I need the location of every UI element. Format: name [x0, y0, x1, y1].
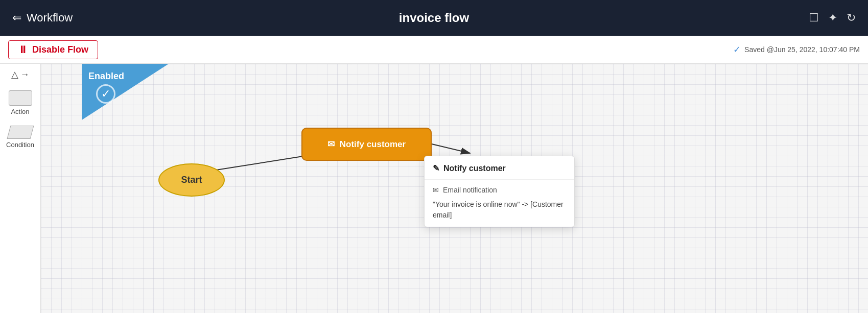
action-shape — [9, 90, 32, 106]
sidebar-item-action[interactable]: Action — [0, 87, 40, 118]
refresh-icon[interactable]: ↻ — [847, 11, 856, 25]
pause-icon: ⏸ — [18, 44, 28, 56]
topbar: ⇐ Workflow invoice flow ☐ ✦ ↻ — [0, 0, 868, 36]
main-area: △ → Action Condition Enabled ✓ — [0, 64, 868, 313]
enabled-text: Enabled — [88, 71, 124, 82]
monitor-icon[interactable]: ☐ — [809, 11, 819, 25]
sidebar-item-condition[interactable]: Condition — [0, 123, 40, 152]
disable-flow-button[interactable]: ⏸ Disable Flow — [8, 40, 98, 59]
tooltip-header: ✎ Notify customer — [425, 156, 574, 180]
tooltip-body: ✉ Email notification "Your invoice is on… — [425, 180, 574, 227]
canvas: Enabled ✓ Start ✉ Notify customer — [41, 64, 868, 313]
workflow-label: Workflow — [27, 11, 73, 25]
back-icon: ⇐ — [12, 11, 21, 25]
email-type-label: Email notification — [443, 186, 497, 194]
saved-check-icon: ✓ — [733, 44, 741, 55]
saved-status: ✓ Saved @Jun 25, 2022, 10:07:40 PM — [733, 44, 860, 55]
saved-label: Saved @Jun 25, 2022, 10:07:40 PM — [744, 45, 860, 54]
tooltip-message: "Your invoice is online now" -> [Custome… — [433, 199, 566, 221]
pencil-icon: ✎ — [433, 163, 439, 173]
topbar-icons: ☐ ✦ ↻ — [809, 11, 856, 25]
start-node[interactable]: Start — [158, 163, 225, 197]
email-icon: ✉ — [433, 186, 439, 194]
disable-flow-label: Disable Flow — [32, 44, 88, 55]
tooltip-email-row: ✉ Email notification — [433, 186, 566, 194]
start-label: Start — [181, 175, 202, 185]
back-button[interactable]: ⇐ Workflow — [12, 11, 73, 25]
share-icon[interactable]: ✦ — [828, 11, 837, 25]
notify-customer-node[interactable]: ✉ Notify customer — [301, 128, 432, 161]
arrow-left-icon: △ — [11, 69, 18, 80]
tooltip-popup: ✎ Notify customer ✉ Email notification "… — [424, 156, 575, 227]
svg-line-2 — [432, 144, 470, 153]
envelope-icon: ✉ — [327, 139, 335, 150]
sidebar: △ → Action Condition — [0, 64, 41, 313]
action-label: Action — [11, 108, 29, 115]
sidebar-nav-arrows[interactable]: △ → — [11, 69, 30, 80]
enabled-check-icon: ✓ — [96, 84, 115, 104]
flow-title: invoice flow — [399, 11, 469, 25]
toolbar: ⏸ Disable Flow ✓ Saved @Jun 25, 2022, 10… — [0, 36, 868, 64]
notify-label: Notify customer — [340, 139, 406, 150]
condition-shape — [7, 126, 34, 139]
tooltip-title: Notify customer — [443, 164, 506, 173]
condition-label: Condition — [6, 141, 34, 149]
arrow-right-icon: → — [20, 69, 30, 80]
